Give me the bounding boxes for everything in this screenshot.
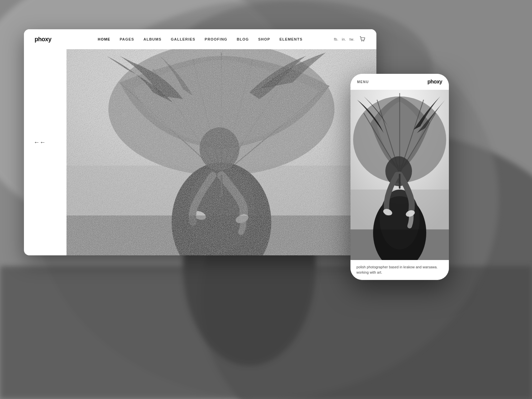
nav-link-albums[interactable]: ALBUMS	[144, 37, 162, 41]
nav-link-shop[interactable]: SHOP	[258, 37, 270, 41]
cart-icon[interactable]	[360, 36, 366, 42]
desktop-nav-right: fb. in. tw.	[326, 36, 366, 42]
nav-link-galleries[interactable]: GALLERIES	[171, 37, 196, 41]
nav-social-tw[interactable]: tw.	[349, 37, 354, 41]
nav-link-home[interactable]: HOME	[98, 37, 110, 41]
desktop-main-image	[66, 49, 376, 255]
prev-arrow[interactable]: ←	[35, 137, 45, 147]
svg-point-10	[361, 41, 362, 41]
mobile-mockup: MENU phoxy	[350, 74, 449, 280]
nav-link-elements[interactable]: ELEMENTS	[279, 37, 303, 41]
nav-link-pages[interactable]: PAGES	[120, 37, 134, 41]
nav-social-fb[interactable]: fb.	[334, 37, 338, 41]
mobile-caption: polish photographer based in krakow and …	[350, 260, 449, 280]
mobile-main-image	[350, 90, 449, 260]
desktop-nav-links: HOME PAGES ALBUMS GALLERIES PROOFING BLO…	[74, 37, 326, 41]
svg-rect-29	[66, 49, 376, 255]
nav-link-blog[interactable]: BLOG	[237, 37, 249, 41]
svg-rect-43	[350, 229, 449, 260]
desktop-navbar: phoxy HOME PAGES ALBUMS GALLERIES PROOFI…	[24, 29, 376, 49]
mobile-navbar: MENU phoxy	[350, 74, 449, 90]
desktop-mockup: phoxy HOME PAGES ALBUMS GALLERIES PROOFI…	[24, 29, 376, 255]
svg-point-11	[363, 41, 364, 41]
svg-rect-7	[0, 266, 532, 399]
svg-point-40	[385, 156, 412, 186]
mobile-logo: phoxy	[427, 79, 442, 85]
desktop-logo: phoxy	[35, 36, 74, 43]
nav-social-in[interactable]: in.	[342, 37, 346, 41]
nav-link-proofing[interactable]: PROOFING	[205, 37, 227, 41]
mobile-caption-text: polish photographer based in krakow and …	[356, 265, 443, 275]
mobile-menu-label[interactable]: MENU	[357, 80, 369, 84]
